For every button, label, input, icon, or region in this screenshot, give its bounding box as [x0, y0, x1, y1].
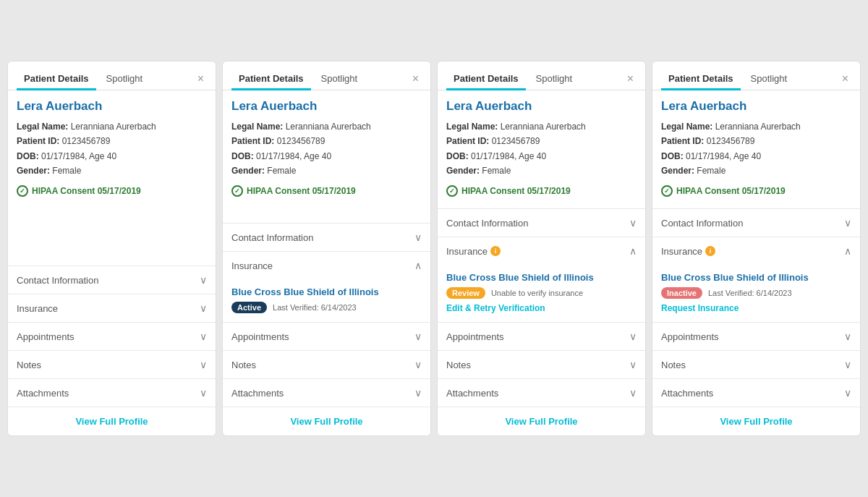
chevron-down-icon: ∨ — [414, 331, 422, 342]
chevron-down-icon: ∨ — [629, 359, 637, 370]
tab-close-button[interactable]: × — [409, 71, 422, 87]
tab-spotlight[interactable]: Spotlight — [744, 69, 795, 90]
info-icon: i — [705, 246, 715, 256]
section-appointments[interactable]: Appointments∨ — [652, 322, 860, 350]
tab-spotlight[interactable]: Spotlight — [314, 69, 365, 90]
hipaa-icon: ✓ — [446, 185, 458, 197]
insurance-badge-inactive: Inactive — [661, 287, 702, 299]
hipaa-text: HIPAA Consent 05/17/2019 — [32, 186, 141, 196]
tab-spotlight[interactable]: Spotlight — [529, 69, 580, 90]
hipaa-text: HIPAA Consent 05/17/2019 — [247, 186, 356, 196]
cards-container: Patient DetailsSpotlight×Lera AuerbachLe… — [7, 61, 861, 437]
insurance-row: ActiveLast Verified: 6/14/2023 — [231, 302, 422, 313]
chevron-down-icon: ∨ — [414, 359, 422, 370]
tab-patient-details[interactable]: Patient Details — [17, 69, 96, 90]
section-label: Attachments — [446, 388, 498, 399]
tab-patient-details[interactable]: Patient Details — [661, 69, 741, 90]
section-attachments[interactable]: Attachments∨ — [223, 378, 430, 407]
patient-name: Lera Auerbach — [231, 99, 422, 114]
card-3: Patient DetailsSpotlight×Lera AuerbachLe… — [437, 61, 646, 437]
card-body: Lera AuerbachLegal Name: Leranniana Aure… — [438, 90, 645, 209]
section-label: Insurancei — [661, 246, 715, 257]
section-notes[interactable]: Notes∨ — [8, 350, 216, 378]
section-label: Appointments — [661, 331, 719, 342]
chevron-down-icon: ∨ — [844, 359, 851, 370]
tab-patient-details[interactable]: Patient Details — [231, 69, 311, 90]
patient-info: Legal Name: Leranniana Aurerbach Patient… — [17, 119, 207, 179]
insurance-name: Blue Cross Blue Shield of Illinois — [231, 286, 422, 297]
section-appointments[interactable]: Appointments∨ — [438, 322, 645, 350]
patient-name: Lera Auerbach — [446, 99, 637, 114]
chevron-up-icon: ∧ — [844, 245, 851, 257]
card-tabs: Patient DetailsSpotlight× — [438, 61, 645, 90]
tab-patient-details[interactable]: Patient Details — [446, 69, 526, 90]
chevron-down-icon: ∨ — [414, 231, 422, 243]
section-label: Insurancei — [446, 246, 501, 257]
section-appointments[interactable]: Appointments∨ — [8, 322, 216, 350]
insurance-link[interactable]: Request Insurance — [661, 303, 851, 313]
section-attachments[interactable]: Attachments∨ — [652, 378, 860, 407]
section-label: Appointments — [17, 331, 75, 342]
section-appointments[interactable]: Appointments∨ — [223, 322, 430, 350]
hipaa-icon: ✓ — [231, 185, 243, 197]
view-full-profile-link[interactable]: View Full Profile — [223, 407, 430, 436]
section-contact-information[interactable]: Contact Information∨ — [8, 266, 216, 294]
section-label: Attachments — [661, 388, 713, 399]
insurance-row: InactiveLast Verified: 6/14/2023 — [661, 287, 851, 299]
patient-name: Lera Auerbach — [661, 99, 851, 114]
card-body: Lera AuerbachLegal Name: Leranniana Aure… — [223, 90, 430, 224]
insurance-link[interactable]: Edit & Retry Verification — [446, 303, 637, 313]
section-insurance[interactable]: Insurancei∧ — [438, 237, 645, 265]
section-label: Appointments — [231, 331, 289, 342]
insurance-badge-review: Review — [446, 287, 485, 299]
section-contact-information[interactable]: Contact Information∨ — [438, 208, 645, 237]
insurance-detail: Last Verified: 6/14/2023 — [708, 289, 792, 297]
hipaa-badge: ✓HIPAA Consent 05/17/2019 — [17, 185, 207, 197]
section-label: Notes — [231, 360, 256, 370]
section-label: Contact Information — [661, 218, 743, 229]
tab-spotlight[interactable]: Spotlight — [99, 69, 150, 90]
hipaa-text: HIPAA Consent 05/17/2019 — [461, 186, 571, 196]
hipaa-icon: ✓ — [17, 185, 28, 197]
tab-close-button[interactable]: × — [624, 71, 637, 87]
chevron-down-icon: ∨ — [200, 359, 207, 370]
view-full-profile-link[interactable]: View Full Profile — [8, 407, 216, 436]
insurance-name: Blue Cross Blue Shield of Illinois — [661, 272, 851, 283]
section-insurance[interactable]: Insurance∨ — [8, 294, 216, 322]
tab-close-button[interactable]: × — [839, 71, 851, 87]
view-full-profile-link[interactable]: View Full Profile — [652, 407, 860, 436]
section-label: Attachments — [231, 388, 284, 399]
section-notes[interactable]: Notes∨ — [438, 350, 645, 378]
card-tabs: Patient DetailsSpotlight× — [223, 61, 430, 90]
insurance-expanded: Blue Cross Blue Shield of IllinoisActive… — [223, 279, 430, 322]
hipaa-badge: ✓HIPAA Consent 05/17/2019 — [446, 185, 637, 197]
insurance-badge-active: Active — [231, 302, 267, 313]
insurance-name: Blue Cross Blue Shield of Illinois — [446, 272, 637, 283]
patient-info: Legal Name: Leranniana Aurerbach Patient… — [446, 119, 637, 179]
section-contact-information[interactable]: Contact Information∨ — [652, 208, 860, 237]
chevron-up-icon: ∧ — [414, 260, 422, 271]
section-contact-information[interactable]: Contact Information∨ — [223, 223, 430, 251]
card-4: Patient DetailsSpotlight×Lera AuerbachLe… — [652, 61, 861, 437]
card-body: Lera AuerbachLegal Name: Leranniana Aure… — [652, 90, 860, 209]
card-2: Patient DetailsSpotlight×Lera AuerbachLe… — [222, 61, 431, 437]
section-insurance[interactable]: Insurancei∧ — [652, 237, 860, 265]
section-insurance[interactable]: Insurance∧ — [223, 251, 430, 279]
chevron-down-icon: ∨ — [629, 387, 637, 399]
section-attachments[interactable]: Attachments∨ — [438, 378, 645, 407]
section-notes[interactable]: Notes∨ — [652, 350, 860, 378]
section-attachments[interactable]: Attachments∨ — [8, 378, 216, 407]
chevron-down-icon: ∨ — [414, 387, 422, 399]
view-full-profile-link[interactable]: View Full Profile — [438, 407, 645, 436]
hipaa-badge: ✓HIPAA Consent 05/17/2019 — [661, 185, 851, 197]
insurance-unable-text: Unable to verify insurance — [491, 289, 583, 297]
tab-close-button[interactable]: × — [195, 71, 207, 87]
section-label: Contact Information — [17, 275, 98, 286]
chevron-down-icon: ∨ — [844, 217, 851, 229]
section-label: Notes — [661, 360, 686, 370]
card-tabs: Patient DetailsSpotlight× — [8, 61, 216, 90]
hipaa-text: HIPAA Consent 05/17/2019 — [676, 186, 786, 196]
chevron-down-icon: ∨ — [844, 387, 851, 399]
section-notes[interactable]: Notes∨ — [223, 350, 430, 378]
chevron-down-icon: ∨ — [200, 274, 207, 286]
